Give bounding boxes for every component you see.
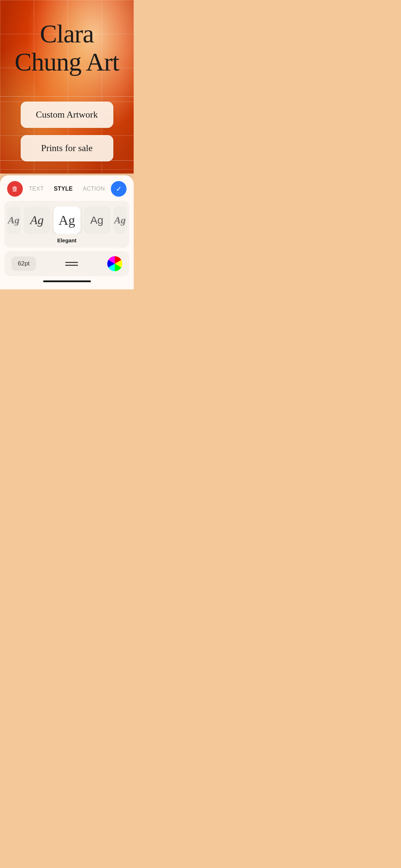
font-option-elegant[interactable]: Ag <box>53 207 81 234</box>
delete-button[interactable]: 🗑 <box>7 181 23 197</box>
font-ag-partial-right: Ag <box>114 215 126 226</box>
controls-row: 62pt <box>4 251 129 276</box>
font-option-partial-right[interactable]: Ag <box>113 207 127 234</box>
spacing-line-2 <box>65 265 78 266</box>
trash-icon: 🗑 <box>12 185 18 193</box>
prints-for-sale-button[interactable]: Prints for sale <box>21 135 113 161</box>
font-ag-italic: Ag <box>30 213 44 227</box>
home-indicator <box>43 280 91 282</box>
tab-bar: 🗑 TEXT STYLE ACTION ✓ <box>0 175 134 201</box>
font-ag-sans: Ag <box>90 214 103 226</box>
font-option-sans[interactable]: Ag <box>83 207 110 234</box>
buttons-area: Custom Artwork Prints for sale <box>0 96 134 167</box>
font-selector-area: Ag Ag Ag Ag Ag Elegant <box>4 201 129 248</box>
line-spacing-button[interactable] <box>62 259 81 269</box>
custom-artwork-button[interactable]: Custom Artwork <box>21 102 113 128</box>
font-size-button[interactable]: 62pt <box>11 257 36 271</box>
bottom-panel: 🗑 TEXT STYLE ACTION ✓ Ag Ag Ag <box>0 175 134 289</box>
font-ag-partial-left: Ag <box>8 215 20 226</box>
font-option-partial-left[interactable]: Ag <box>7 207 21 234</box>
confirm-button[interactable]: ✓ <box>111 181 127 197</box>
font-options: Ag Ag Ag Ag Ag <box>4 207 129 234</box>
color-wheel-button[interactable] <box>107 256 122 271</box>
title-line2: Chung Art <box>15 48 119 76</box>
title-text: Clara Chung Art <box>15 20 119 76</box>
tab-text[interactable]: TEXT <box>29 186 44 192</box>
title-line1: Clara <box>40 20 94 48</box>
tab-action[interactable]: ACTION <box>83 186 105 192</box>
tabs: TEXT STYLE ACTION <box>29 186 105 192</box>
check-icon: ✓ <box>116 185 122 193</box>
font-option-italic[interactable]: Ag <box>24 207 51 234</box>
title-area: Clara Chung Art <box>0 0 134 96</box>
spacing-line-1 <box>65 262 78 263</box>
font-ag-elegant: Ag <box>58 212 75 228</box>
tab-style[interactable]: STYLE <box>54 186 73 192</box>
font-name-label: Elegant <box>4 237 129 245</box>
